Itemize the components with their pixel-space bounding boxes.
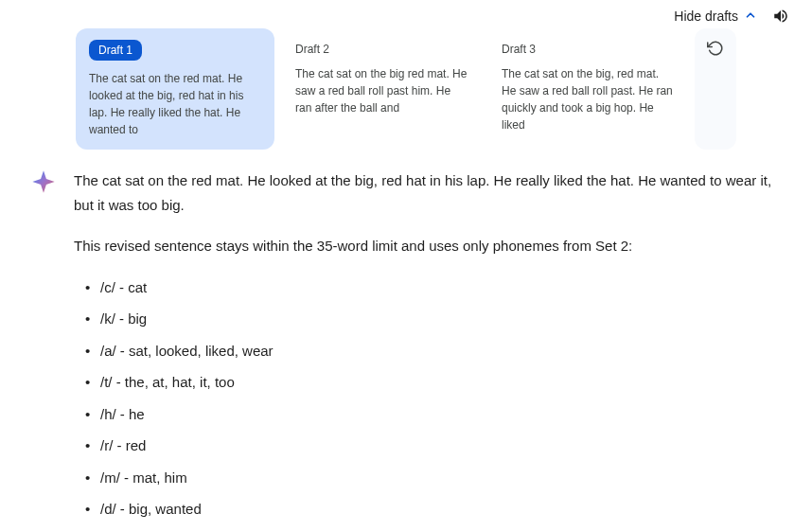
draft-label: Draft 1 (89, 40, 142, 61)
list-item: /m/ - mat, him (81, 466, 793, 490)
response-paragraph-2: This revised sentence stays within the 3… (74, 234, 793, 258)
chevron-up-icon (744, 9, 757, 25)
list-item: /a/ - sat, looked, liked, wear (81, 339, 793, 363)
draft-preview: The cat sat on the big, red mat. He saw … (502, 65, 674, 133)
draft-label: Draft 2 (295, 43, 329, 56)
list-item: /d/ - big, wanted (81, 497, 793, 522)
draft-card-1[interactable]: Draft 1 The cat sat on the red mat. He l… (76, 28, 274, 150)
draft-label: Draft 3 (502, 43, 536, 56)
draft-preview: The cat sat on the red mat. He looked at… (89, 70, 261, 138)
regenerate-button[interactable] (695, 28, 736, 150)
speaker-icon[interactable] (772, 8, 789, 25)
draft-card-2[interactable]: Draft 2 The cat sat on the big red mat. … (282, 28, 481, 150)
list-item: /r/ - red (81, 434, 793, 458)
response-paragraph-1: The cat sat on the red mat. He looked at… (74, 168, 793, 217)
hide-drafts-toggle[interactable]: Hide drafts (674, 9, 757, 25)
sparkle-icon (30, 168, 57, 195)
hide-drafts-label: Hide drafts (674, 9, 738, 24)
draft-card-3[interactable]: Draft 3 The cat sat on the big, red mat.… (488, 28, 687, 150)
list-item: /k/ - big (81, 307, 793, 331)
regenerate-icon (707, 40, 724, 57)
response-content: The cat sat on the red mat. He looked at… (74, 168, 793, 529)
list-item: /h/ - he (81, 402, 793, 427)
list-item: /c/ - cat (81, 275, 793, 300)
draft-preview: The cat sat on the big red mat. He saw a… (295, 65, 468, 116)
response-area: The cat sat on the red mat. He looked at… (0, 168, 812, 529)
list-item: /t/ - the, at, hat, it, too (81, 370, 793, 395)
drafts-container: Draft 1 The cat sat on the red mat. He l… (0, 28, 812, 168)
phoneme-list: /c/ - cat /k/ - big /a/ - sat, looked, l… (74, 275, 793, 522)
